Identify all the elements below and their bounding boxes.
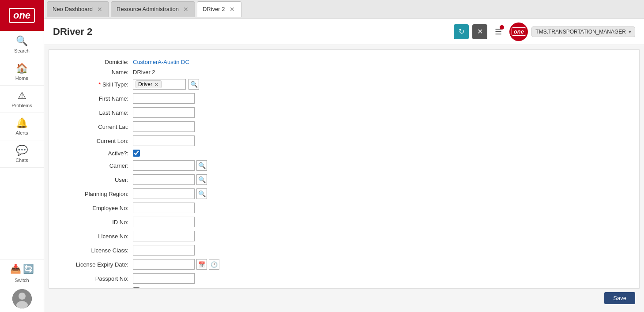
license-no-input[interactable] xyxy=(133,231,195,241)
inbox-icon: 📥 xyxy=(10,263,21,274)
form-row-skill-type: Skill Type: Driver ✕ 🔍 xyxy=(58,79,630,90)
save-button[interactable]: Save xyxy=(604,292,635,304)
skill-tag-driver: Driver ✕ xyxy=(136,80,162,88)
sidebar-item-problems-label: Problems xyxy=(11,103,32,108)
chevron-down-icon: ▾ xyxy=(629,29,631,35)
switch-label: Switch xyxy=(15,278,29,283)
menu-button[interactable]: ☰ xyxy=(491,24,506,39)
form-row-license-class: License Class: xyxy=(58,245,630,256)
skill-type-search-button[interactable]: 🔍 xyxy=(188,79,199,90)
form-row-user: User: 🔍 xyxy=(58,174,630,185)
form-row-license-no: License No: xyxy=(58,231,630,241)
planning-region-search-icon: 🔍 xyxy=(198,190,206,197)
form-row-name: Name: DRiver 2 xyxy=(58,69,630,75)
tab-neo-dashboard-label: Neo Dashboard xyxy=(53,6,93,12)
username-label: TMS.TRANSPORTATION_MANAGER xyxy=(535,29,626,35)
current-lon-label: Current Lon: xyxy=(58,138,133,144)
first-name-input[interactable] xyxy=(133,93,195,104)
form-container: Domicile: CustomerA-Austin DC Name: DRiv… xyxy=(44,45,644,312)
passport-no-input[interactable] xyxy=(133,273,195,284)
sidebar-item-alerts-label: Alerts xyxy=(15,130,28,135)
sidebar-item-search[interactable]: 🔍 Search xyxy=(0,31,44,58)
form-row-cross-border: Cross Border Eligible: xyxy=(58,287,630,289)
page-title: DRiver 2 xyxy=(53,26,454,38)
skill-type-container: Driver ✕ 🔍 xyxy=(133,79,199,90)
planning-region-label: Planning Region: xyxy=(58,191,133,197)
svg-point-1 xyxy=(19,293,26,300)
user-avatar-sidebar[interactable] xyxy=(12,289,32,308)
id-no-input[interactable] xyxy=(133,217,195,227)
employee-no-input[interactable] xyxy=(133,203,195,213)
user-dropdown[interactable]: TMS.TRANSPORTATION_MANAGER ▾ xyxy=(531,26,635,37)
sidebar: one 🔍 Search 🏠 Home ⚠ Problems 🔔 Alerts … xyxy=(0,0,44,312)
planning-region-search-button[interactable]: 🔍 xyxy=(196,188,207,199)
form-row-passport-no: Passport No: xyxy=(58,273,630,284)
header-actions: ↻ ✕ ☰ one TMS.TRANSPORTATION_MANAGER ▾ xyxy=(454,23,635,41)
form-row-current-lon: Current Lon: xyxy=(58,135,630,146)
sidebar-item-chats-label: Chats xyxy=(15,158,28,163)
current-lat-input[interactable] xyxy=(133,121,195,132)
user-search-button[interactable]: 🔍 xyxy=(196,174,207,185)
tab-resource-admin[interactable]: Resource Administration ✕ xyxy=(111,1,195,17)
user-search-icon: 🔍 xyxy=(198,176,206,183)
license-expiry-input[interactable] xyxy=(133,259,195,270)
tab-resource-admin-close[interactable]: ✕ xyxy=(182,6,189,13)
tab-driver-2-close[interactable]: ✕ xyxy=(229,6,236,13)
form-panel: Domicile: CustomerA-Austin DC Name: DRiv… xyxy=(49,49,640,289)
sidebar-item-chats[interactable]: 💬 Chats xyxy=(0,140,44,168)
carrier-search-button[interactable]: 🔍 xyxy=(196,160,207,171)
active-label: Active?: xyxy=(58,150,133,157)
active-checkbox[interactable] xyxy=(133,150,140,157)
planning-region-input[interactable] xyxy=(133,188,195,199)
user-avatar-logo: one xyxy=(512,27,526,36)
cross-border-label: Cross Border Eligible: xyxy=(58,288,133,289)
user-label: User: xyxy=(58,177,133,183)
skill-tag-label: Driver xyxy=(138,81,152,87)
domicile-label: Domicile: xyxy=(58,59,133,65)
license-class-label: License Class: xyxy=(58,247,133,254)
calendar-button[interactable]: 📅 xyxy=(196,259,207,270)
employee-no-label: Employee No: xyxy=(58,205,133,211)
user-input[interactable] xyxy=(133,174,195,185)
sidebar-switch[interactable]: 📥 🔄 xyxy=(0,259,44,278)
form-row-current-lat: Current Lat: xyxy=(58,121,630,132)
sidebar-item-home[interactable]: 🏠 Home xyxy=(0,58,44,86)
calendar-icon: 📅 xyxy=(198,261,205,268)
tab-driver-2-label: DRiver 2 xyxy=(203,6,225,12)
carrier-input[interactable] xyxy=(133,160,195,171)
form-row-first-name: First Name: xyxy=(58,93,630,104)
close-form-button[interactable]: ✕ xyxy=(472,24,487,39)
skill-type-input[interactable]: Driver ✕ xyxy=(133,79,186,90)
form-row-active: Active?: xyxy=(58,150,630,157)
carrier-label: Carrier: xyxy=(58,162,133,169)
last-name-input[interactable] xyxy=(133,107,195,118)
current-lon-input[interactable] xyxy=(133,135,195,146)
sidebar-item-problems[interactable]: ⚠ Problems xyxy=(0,86,44,113)
user-avatar[interactable]: one xyxy=(509,23,528,41)
form-row-carrier: Carrier: 🔍 xyxy=(58,160,630,171)
form-row-id-no: ID No: xyxy=(58,217,630,227)
name-label: Name: xyxy=(58,69,133,75)
problems-icon: ⚠ xyxy=(18,90,26,101)
license-no-label: License No: xyxy=(58,233,133,240)
skill-tag-remove[interactable]: ✕ xyxy=(154,82,159,87)
home-icon: 🏠 xyxy=(16,63,28,74)
tab-neo-dashboard-close[interactable]: ✕ xyxy=(96,6,103,13)
tab-driver-2[interactable]: DRiver 2 ✕ xyxy=(197,1,241,17)
license-expiry-label: License Expiry Date: xyxy=(58,261,133,268)
form-row-planning-region: Planning Region: 🔍 xyxy=(58,188,630,199)
passport-no-label: Passport No: xyxy=(58,275,133,282)
form-row-last-name: Last Name: xyxy=(58,107,630,118)
sidebar-item-search-label: Search xyxy=(14,48,30,53)
domicile-value[interactable]: CustomerA-Austin DC xyxy=(133,59,189,65)
tab-bar: Neo Dashboard ✕ Resource Administration … xyxy=(44,0,644,19)
cross-border-checkbox[interactable] xyxy=(133,287,140,289)
license-class-input[interactable] xyxy=(133,245,195,256)
carrier-search-icon: 🔍 xyxy=(198,162,206,169)
sidebar-logo[interactable]: one xyxy=(0,0,44,31)
refresh-button[interactable]: ↻ xyxy=(454,24,469,39)
clock-button[interactable]: 🕐 xyxy=(209,259,219,270)
form-footer: Save xyxy=(49,289,640,308)
sidebar-item-alerts[interactable]: 🔔 Alerts xyxy=(0,113,44,140)
tab-neo-dashboard[interactable]: Neo Dashboard ✕ xyxy=(47,1,109,17)
